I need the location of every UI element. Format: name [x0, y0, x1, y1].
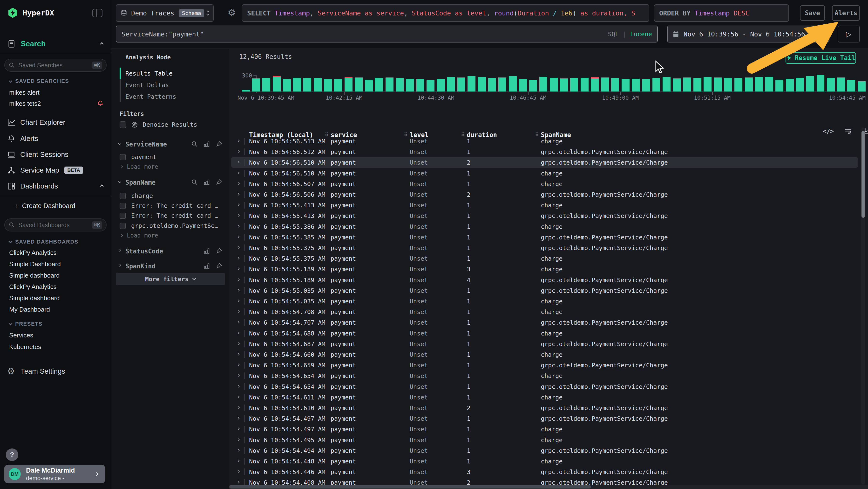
facet-servicename[interactable]: ServiceName: [119, 140, 222, 149]
histogram-bar[interactable]: [817, 75, 825, 91]
table-row[interactable]: Nov 6 10:54:54.654 AM payment Unset 1 ch…: [231, 371, 858, 381]
histogram-bar[interactable]: [765, 77, 773, 91]
chart-icon[interactable]: [204, 179, 210, 185]
chevron-down-icon[interactable]: [118, 180, 121, 183]
histogram-bar[interactable]: [683, 78, 691, 91]
histogram-bar[interactable]: [652, 78, 660, 91]
denoise-checkbox[interactable]: [120, 121, 126, 128]
create-dashboard-button[interactable]: + Create Dashboard: [14, 202, 75, 210]
expand-row-icon[interactable]: [237, 139, 240, 142]
table-row[interactable]: Nov 6 10:54:54.708 AM payment Unset 1 ch…: [231, 307, 858, 317]
expand-row-icon[interactable]: [237, 161, 240, 164]
table-row[interactable]: Nov 6 10:54:54.659 AM payment Unset 1 gr…: [231, 360, 858, 371]
vertical-scrollbar-thumb[interactable]: [862, 131, 865, 218]
chart-icon[interactable]: [204, 141, 210, 147]
histogram-bar[interactable]: [806, 76, 814, 91]
expand-row-icon[interactable]: [237, 150, 240, 153]
histogram-bar[interactable]: [775, 80, 783, 91]
select-query-input[interactable]: SELECT Timestamp, ServiceName as service…: [242, 4, 649, 22]
expand-row-icon[interactable]: [237, 481, 240, 484]
expand-row-icon[interactable]: [237, 235, 240, 238]
facet-value[interactable]: Error: The credit card …: [120, 202, 223, 209]
histogram-bar[interactable]: [345, 77, 352, 91]
saved-dashboard-item[interactable]: ClickPy Analytics: [9, 283, 57, 291]
run-query-button[interactable]: ▷: [838, 26, 860, 42]
chevron-down-icon[interactable]: [118, 142, 121, 145]
histogram-bar[interactable]: [365, 80, 373, 91]
expand-row-icon[interactable]: [237, 171, 240, 174]
preset-item[interactable]: Kubernetes: [9, 343, 41, 351]
table-row[interactable]: Nov 6 10:54:56.513 AM payment Unset 1 ch…: [231, 136, 858, 146]
histogram-bar[interactable]: [847, 80, 855, 91]
histogram-bar[interactable]: [632, 79, 640, 91]
table-row[interactable]: Nov 6 10:54:54.654 AM payment Unset 1 gr…: [231, 381, 858, 392]
facet-spankind[interactable]: SpanKind: [119, 262, 222, 271]
table-row[interactable]: Nov 6 10:54:54.497 AM payment Unset 1 gr…: [231, 413, 858, 424]
table-row[interactable]: Nov 6 10:54:54.707 AM payment Unset 1 gr…: [231, 317, 858, 328]
facet-value[interactable]: payment: [120, 153, 223, 161]
facet-statuscode[interactable]: StatusCode: [119, 247, 222, 256]
presets-section[interactable]: PRESETS: [9, 321, 42, 327]
expand-row-icon[interactable]: [237, 438, 240, 441]
results-histogram[interactable]: 300: [229, 49, 868, 99]
load-more-button[interactable]: Load more: [121, 164, 158, 170]
histogram-bar[interactable]: [550, 78, 558, 91]
histogram-bar[interactable]: [396, 78, 404, 91]
facet-checkbox[interactable]: [120, 223, 126, 229]
saved-dashboard-item[interactable]: Simple dashboard: [9, 294, 60, 302]
table-row[interactable]: Nov 6 10:54:55.413 AM payment Unset 1 ch…: [231, 200, 858, 210]
horizontal-scrollbar-thumb[interactable]: [229, 485, 591, 489]
sidebar-item-client-sessions[interactable]: Client Sessions: [0, 148, 112, 161]
histogram-bar[interactable]: [581, 78, 589, 91]
saved-dashboard-item[interactable]: Simple dashboard: [9, 272, 60, 279]
expand-row-icon[interactable]: [237, 310, 240, 313]
search-icon[interactable]: [191, 141, 198, 147]
histogram-bar[interactable]: [622, 79, 629, 91]
expand-row-icon[interactable]: [237, 374, 240, 377]
histogram-bar[interactable]: [796, 78, 804, 91]
expand-row-icon[interactable]: [237, 225, 240, 228]
histogram-bar[interactable]: [509, 76, 517, 91]
facet-value[interactable]: charge: [120, 192, 223, 199]
saved-search-item[interactable]: mikes tets2: [9, 100, 105, 107]
histogram-bar[interactable]: [662, 77, 671, 91]
sidebar-item-alerts[interactable]: Alerts: [0, 132, 112, 145]
language-sql-toggle[interactable]: SQL: [608, 31, 619, 38]
save-button[interactable]: Save: [800, 5, 825, 21]
facet-spanname[interactable]: SpanName: [119, 178, 222, 187]
histogram-bar[interactable]: [252, 79, 260, 91]
table-row[interactable]: Nov 6 10:54:55.189 AM payment Unset 3 ch…: [231, 264, 858, 275]
histogram-bar[interactable]: [416, 79, 424, 91]
table-row[interactable]: Nov 6 10:54:55.035 AM payment Unset 1 ch…: [231, 296, 858, 307]
facet-value[interactable]: grpc.oteldemo.PaymentSe…: [120, 222, 223, 229]
analysis-mode-event-patterns[interactable]: Event Patterns: [125, 93, 176, 100]
search-icon[interactable]: [191, 179, 198, 185]
table-row[interactable]: Nov 6 10:54:54.448 AM payment Unset 1 ch…: [231, 456, 858, 466]
help-button[interactable]: ?: [6, 449, 18, 461]
histogram-bar[interactable]: [560, 79, 568, 91]
histogram-bar[interactable]: [262, 78, 270, 91]
histogram-bar[interactable]: [293, 78, 301, 91]
table-row[interactable]: Nov 6 10:54:55.035 AM payment Unset 1 gr…: [231, 285, 858, 296]
histogram-bar[interactable]: [570, 78, 578, 91]
saved-searches-input[interactable]: Saved Searches ⌘K: [4, 59, 106, 72]
table-row[interactable]: Nov 6 10:54:54.660 AM payment Unset 1 ch…: [231, 349, 858, 360]
expand-row-icon[interactable]: [237, 395, 240, 399]
table-row[interactable]: Nov 6 10:54:56.507 AM payment Unset 1 ch…: [231, 179, 858, 189]
histogram-bar[interactable]: [858, 81, 866, 91]
table-row[interactable]: Nov 6 10:54:54.688 AM payment Unset 1 ch…: [231, 328, 858, 339]
expand-row-icon[interactable]: [237, 214, 240, 217]
language-lucene-toggle[interactable]: Lucene: [630, 31, 652, 38]
histogram-bar[interactable]: [735, 78, 742, 91]
histogram-bar[interactable]: [837, 78, 845, 91]
table-row[interactable]: Nov 6 10:54:54.494 AM payment Unset 1 gr…: [231, 445, 858, 456]
expand-row-icon[interactable]: [237, 427, 240, 431]
histogram-bar[interactable]: [437, 79, 445, 91]
histogram-bar[interactable]: [283, 79, 291, 91]
sidebar-item-dashboards[interactable]: Dashboards: [0, 179, 112, 193]
sidebar-item-team-settings[interactable]: ⚙ Team Settings: [0, 365, 112, 378]
pin-icon[interactable]: [216, 263, 222, 269]
table-row[interactable]: Nov 6 10:54:55.386 AM payment Unset 1 ch…: [231, 221, 858, 232]
expand-row-icon[interactable]: [237, 363, 240, 366]
histogram-bar[interactable]: [642, 79, 650, 91]
